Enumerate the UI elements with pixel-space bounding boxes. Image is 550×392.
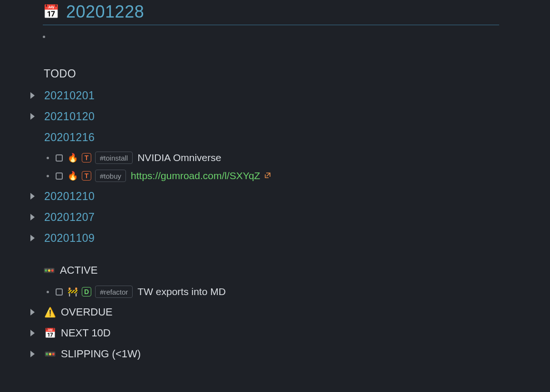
section-next10d: 📅 NEXT 10D	[30, 325, 550, 341]
priority-pill: T	[82, 171, 91, 181]
heading-active: 🚥 ACTIVE	[43, 264, 97, 277]
chevron-right-icon[interactable]	[30, 113, 35, 120]
chevron-right-icon[interactable]	[30, 235, 35, 241]
bullet-icon	[43, 36, 45, 38]
date-entry: 20201207	[30, 209, 550, 225]
bullet-icon	[47, 157, 49, 159]
chevron-right-icon[interactable]	[30, 193, 35, 200]
task-list-20201216: 🔥 T #toinstall NVIDIA Omniverse 🔥 T #tob…	[47, 150, 550, 183]
heading-next10d: 📅 NEXT 10D	[44, 327, 111, 339]
traffic-light-icon: 🚥	[44, 348, 56, 360]
date-link[interactable]: 20201109	[44, 232, 95, 245]
task-row: 🔥 T #tobuy https://gumroad.com/l/SXYqZ	[47, 168, 550, 183]
tag-toinstall[interactable]: #toinstall	[95, 152, 133, 164]
heading-overdue: ⚠️ OVERDUE	[44, 306, 113, 318]
task-text: TW exports into MD	[137, 286, 226, 297]
date-link[interactable]: 20201207	[44, 211, 95, 224]
tag-tobuy[interactable]: #tobuy	[95, 170, 126, 182]
heading-active-row: 🚥 ACTIVE	[30, 263, 550, 277]
section-overdue: ⚠️ OVERDUE	[30, 304, 550, 320]
chevron-right-icon[interactable]	[30, 214, 35, 220]
task-list-active: 🚧 D #refactor TW exports into MD	[47, 284, 550, 299]
external-link-icon[interactable]	[265, 172, 270, 180]
empty-bullet	[43, 36, 550, 38]
task-checkbox[interactable]	[56, 154, 63, 162]
date-entry: 20201216	[30, 129, 550, 145]
fire-icon: 🔥	[68, 153, 78, 162]
disclosure-placeholder	[30, 134, 35, 141]
task-row: 🔥 T #toinstall NVIDIA Omniverse	[47, 150, 550, 165]
heading-slipping-text: SLIPPING (<1W)	[61, 348, 141, 360]
priority-pill: T	[82, 153, 91, 163]
heading-active-text: ACTIVE	[60, 264, 97, 277]
task-url[interactable]: https://gumroad.com/l/SXYqZ	[131, 170, 260, 182]
priority-pill: D	[82, 287, 91, 296]
bullet-icon	[47, 291, 49, 293]
task-checkbox[interactable]	[56, 172, 63, 180]
section-slipping: 🚥 SLIPPING (<1W)	[30, 346, 550, 362]
chevron-right-icon[interactable]	[30, 92, 35, 99]
traffic-light-icon: 🚥	[43, 265, 55, 276]
page-root: 📅 20201228 TODO 20210201 20210120 202012…	[0, 0, 550, 362]
disclosure-placeholder	[30, 267, 35, 274]
calendar-icon: 📅	[44, 327, 56, 339]
task-checkbox[interactable]	[56, 288, 63, 296]
bullet-icon	[47, 175, 49, 177]
fire-icon: 🔥	[68, 172, 78, 180]
date-entry: 20210120	[30, 108, 550, 124]
page-title-block: 📅 20201228	[43, 2, 499, 25]
date-entry: 20201109	[30, 230, 550, 246]
task-row: 🚧 D #refactor TW exports into MD	[47, 284, 550, 299]
tag-refactor[interactable]: #refactor	[95, 286, 133, 298]
date-link[interactable]: 20201216	[44, 131, 95, 144]
date-entry: 20201210	[30, 188, 550, 204]
date-link[interactable]: 20210120	[44, 110, 95, 123]
section-active: 🚥 ACTIVE 🚧 D #refactor TW exports into M…	[30, 263, 550, 362]
heading-todo: TODO	[44, 67, 76, 80]
heading-next10d-text: NEXT 10D	[61, 327, 111, 339]
page-title: 20201228	[66, 2, 144, 22]
chevron-right-icon[interactable]	[30, 330, 35, 336]
task-text: NVIDIA Omniverse	[137, 152, 221, 163]
warning-icon: ⚠️	[44, 306, 56, 318]
section-todo: TODO 20210201 20210120 20201216 🔥 T #toi…	[30, 67, 550, 246]
heading-slipping: 🚥 SLIPPING (<1W)	[44, 348, 141, 360]
heading-overdue-text: OVERDUE	[61, 306, 113, 318]
chevron-right-icon[interactable]	[30, 309, 35, 316]
chevron-right-icon[interactable]	[30, 351, 35, 357]
calendar-icon: 📅	[43, 5, 59, 19]
heading-todo-row: TODO	[30, 67, 550, 81]
date-link[interactable]: 20201210	[44, 190, 95, 203]
date-link[interactable]: 20210201	[44, 89, 95, 102]
date-entry: 20210201	[30, 87, 550, 104]
construction-icon: 🚧	[68, 287, 78, 296]
